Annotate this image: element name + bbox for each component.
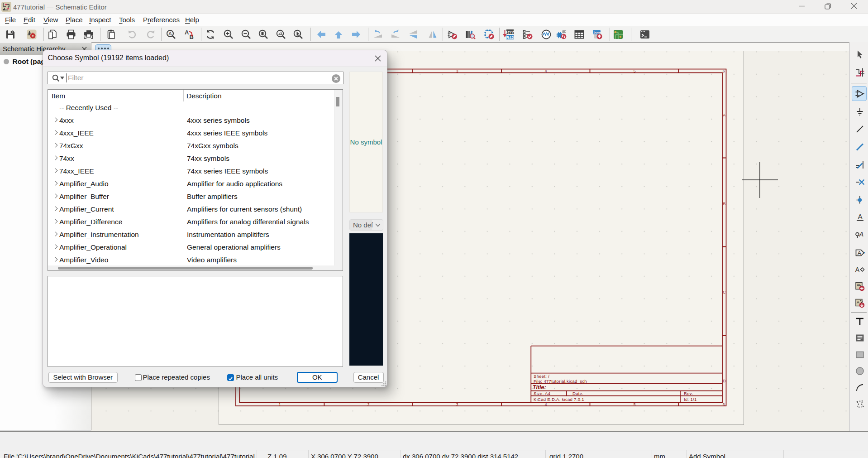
svg-text:A: A <box>723 113 725 117</box>
svg-text:6: 6 <box>723 69 725 73</box>
svg-text:R42: R42 <box>506 35 514 40</box>
svg-text:Date:: Date: <box>572 391 583 396</box>
svg-text:Size: A4: Size: A4 <box>534 391 550 396</box>
svg-text:A: A <box>855 266 860 273</box>
svg-text:4: 4 <box>545 402 547 407</box>
svg-text:5: 5 <box>634 69 636 73</box>
svg-text:KiCad E.D.A. kicad 7.0.1: KiCad E.D.A. kicad 7.0.1 <box>534 397 584 402</box>
svg-text:B: B <box>190 34 194 40</box>
svg-text:5: 5 <box>634 402 636 407</box>
svg-text:Sheet: /: Sheet: / <box>534 374 549 379</box>
svg-text:3: 3 <box>456 69 458 73</box>
svg-text:A: A <box>858 213 863 220</box>
svg-text:Title:: Title: <box>533 384 546 391</box>
svg-text:B: B <box>723 202 725 206</box>
svg-text:A: A <box>168 31 172 36</box>
svg-text:1: 1 <box>279 402 281 407</box>
svg-text:A: A <box>185 29 189 36</box>
svg-text:A: A <box>859 231 863 238</box>
svg-text:A: A <box>858 250 862 256</box>
svg-text:C: C <box>723 290 725 294</box>
svg-text:R??: R?? <box>506 30 514 34</box>
svg-text:Rev:: Rev: <box>684 391 693 396</box>
svg-text:3: 3 <box>456 402 458 407</box>
svg-text:6: 6 <box>723 402 725 407</box>
svg-text:4: 4 <box>545 69 547 73</box>
svg-text:D: D <box>723 379 725 383</box>
svg-text:.bom: .bom <box>593 30 601 34</box>
svg-text:File: 477tutorial.kicad_sch: File: 477tutorial.kicad_sch <box>534 379 587 384</box>
svg-text:2: 2 <box>367 402 370 407</box>
svg-text:Id: 1/1: Id: 1/1 <box>684 397 697 402</box>
svg-text:A: A <box>857 300 859 304</box>
